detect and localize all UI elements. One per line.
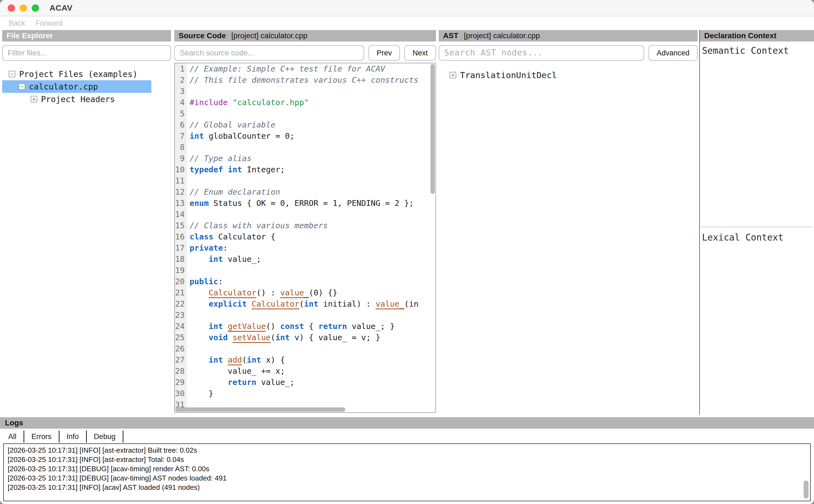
collapse-toggle-icon[interactable]: − xyxy=(9,71,15,77)
collapse-toggle-icon[interactable]: − xyxy=(19,83,25,90)
code-token: typedef xyxy=(189,165,223,174)
filter-files-input[interactable] xyxy=(2,45,171,61)
prev-button[interactable]: Prev xyxy=(368,45,400,61)
code-line: 16class Calculator { xyxy=(175,231,436,242)
search-ast-input[interactable] xyxy=(439,45,644,61)
code-text: int value_; xyxy=(187,254,261,265)
code-line: 17private: xyxy=(175,242,436,254)
code-text: public: xyxy=(187,276,223,287)
log-tab-debug[interactable]: Debug xyxy=(87,431,124,443)
code-token: : xyxy=(223,243,227,253)
code-token: Calculator { xyxy=(213,232,275,241)
ast-header: AST [project] calculator.cpp xyxy=(439,30,698,41)
code-token: initial) : xyxy=(318,299,375,309)
code-token: private xyxy=(189,243,223,253)
code-text: void setValue(int v) { value_ = v; } xyxy=(187,332,380,343)
code-line: 8 xyxy=(175,142,436,153)
code-ref-link[interactable]: add xyxy=(228,355,242,364)
code-line: 9// Type alias xyxy=(175,153,436,164)
log-tab-all[interactable]: All xyxy=(5,431,24,443)
code-token: public xyxy=(189,277,218,286)
code-token: { xyxy=(304,322,318,331)
zoom-button[interactable] xyxy=(32,4,39,12)
code-token: int xyxy=(304,299,318,309)
tree-item-label: calculator.cpp xyxy=(29,82,98,91)
forward-button[interactable]: Forward xyxy=(35,19,63,28)
code-text: class Calculator { xyxy=(187,231,275,242)
log-entry: [2026-03-25 10:17:31] [INFO] [ast-extrac… xyxy=(8,455,806,464)
line-number: 10 xyxy=(175,164,187,175)
line-number: 16 xyxy=(175,231,187,242)
code-ref-link[interactable]: value_ xyxy=(280,288,309,297)
line-number: 6 xyxy=(175,119,187,131)
code-token: Status { OK = 0, ERROR = 1, PENDING = 2 … xyxy=(209,198,414,208)
logs-scrollbar-thumb[interactable] xyxy=(804,481,809,499)
code-text: #include "calculator.hpp" xyxy=(187,97,309,108)
code-line: 7int globalCounter = 0; xyxy=(175,131,436,142)
code-line: 28 value_ += x; xyxy=(175,366,436,377)
tree-item[interactable]: +Project Headers xyxy=(2,93,171,105)
code-text xyxy=(187,310,194,321)
code-token: #include xyxy=(189,98,228,107)
back-button[interactable]: Back xyxy=(9,19,25,28)
tree-item[interactable]: −Project Files (examples) xyxy=(2,68,171,80)
next-button[interactable]: Next xyxy=(404,45,436,61)
code-token: return xyxy=(318,322,347,331)
code-token xyxy=(223,355,227,364)
line-number: 20 xyxy=(175,276,187,287)
code-text: // Example: Simple C++ test file for ACA… xyxy=(187,63,385,75)
code-ref-link[interactable]: Calculator xyxy=(209,288,256,297)
code-token: int xyxy=(247,355,261,364)
code-line: 6// Global variable xyxy=(175,119,436,131)
code-token xyxy=(189,333,209,342)
minimize-button[interactable] xyxy=(20,4,27,12)
code-text: // Global variable xyxy=(187,119,275,131)
log-output: [2026-03-25 10:17:31] [INFO] [ast-extrac… xyxy=(3,443,811,501)
code-line: 20public: xyxy=(175,276,436,287)
log-entry: [2026-03-25 10:17:31] [DEBUG] [acav-timi… xyxy=(8,473,806,483)
line-number: 8 xyxy=(175,142,187,153)
search-source-input[interactable] xyxy=(174,45,364,61)
advanced-button[interactable]: Advanced xyxy=(649,45,698,61)
code-text xyxy=(187,108,194,119)
code-text: int getValue() const { return value_; } xyxy=(187,321,395,332)
title-bar: ACAV xyxy=(0,0,814,16)
line-number: 3 xyxy=(175,86,187,97)
line-number: 26 xyxy=(175,343,187,354)
code-token: () : xyxy=(256,288,280,297)
code-line: 5 xyxy=(175,108,436,119)
file-tree: −Project Files (examples)−calculator.cpp… xyxy=(2,68,171,105)
file-explorer-header: File Explorer xyxy=(2,30,171,41)
code-ref-link[interactable]: value_ xyxy=(375,299,404,309)
code-line: 19 xyxy=(175,265,436,276)
code-line: 21 Calculator() : value_(0) {} xyxy=(175,287,436,298)
code-token: class xyxy=(189,232,213,241)
line-number: 28 xyxy=(175,366,187,377)
expand-toggle-icon[interactable]: + xyxy=(450,72,456,78)
code-token: return xyxy=(228,378,256,387)
code-line: 26 xyxy=(175,343,436,354)
log-tab-info[interactable]: Info xyxy=(60,431,87,443)
line-number: 19 xyxy=(175,265,187,276)
expand-toggle-icon[interactable]: + xyxy=(31,96,37,102)
line-number: 24 xyxy=(175,321,187,332)
horizontal-scrollbar-thumb[interactable] xyxy=(175,407,345,412)
tree-item[interactable]: +TranslationUnitDecl xyxy=(439,69,698,81)
tree-item[interactable]: −calculator.cpp xyxy=(2,80,151,93)
code-line: 15// Class with various members xyxy=(175,220,436,231)
code-ref-link[interactable]: getValue xyxy=(228,322,266,331)
code-token: int xyxy=(275,333,289,342)
code-line: 1// Example: Simple C++ test file for AC… xyxy=(175,63,436,75)
code-ref-link[interactable]: Calculator xyxy=(251,299,299,309)
code-text: // This file demonstrates various C++ co… xyxy=(187,75,419,86)
code-token: } xyxy=(189,389,213,398)
semantic-context-section: Semantic Context xyxy=(700,41,814,227)
vertical-scrollbar-thumb[interactable] xyxy=(431,64,435,194)
code-text xyxy=(187,86,194,97)
log-tab-errors[interactable]: Errors xyxy=(24,431,60,443)
code-ref-link[interactable]: setValue xyxy=(232,333,271,342)
code-token: void xyxy=(209,333,228,342)
code-token: enum xyxy=(189,198,209,208)
close-button[interactable] xyxy=(8,4,15,12)
ast-tree: +TranslationUnitDecl xyxy=(439,69,698,81)
